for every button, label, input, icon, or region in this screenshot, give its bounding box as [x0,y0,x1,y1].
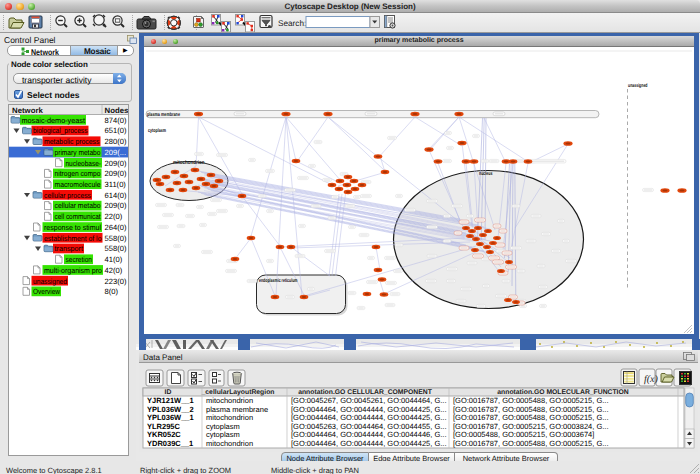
svg-text:endoplasmic reticulum: endoplasmic reticulum [259,278,298,284]
svg-text:annotation.GO CELLULAR_COMPONE: annotation.GO CELLULAR_COMPONENT [298,389,433,396]
svg-text:plasma membrane: plasma membrane [147,112,180,118]
svg-text:macromolecule: macromolecule [55,180,101,189]
svg-text:f(x): f(x) [644,374,659,385]
svg-text:nucleobase-: nucleobase- [66,159,102,168]
svg-text:mitochondrion: mitochondrion [173,160,205,166]
svg-text:biological_process: biological_process [33,126,88,135]
svg-text:209(0): 209(0) [105,169,127,178]
svg-text:Network: Network [12,106,43,115]
svg-text:annotation.GO MOLECULAR_FUNCTI: annotation.GO MOLECULAR_FUNCTION [497,389,628,396]
svg-text:42(0): 42(0) [105,266,123,275]
svg-text:651(0): 651(0) [105,126,127,135]
svg-text:311(0): 311(0) [105,180,127,189]
svg-text:8(0): 8(0) [105,287,119,296]
svg-text:multi-organism pro: multi-organism pro [44,266,102,275]
svg-text:Search:: Search: [278,19,306,28]
svg-text:unassigned: unassigned [33,277,67,286]
svg-text:cell communicat: cell communicat [55,212,102,221]
svg-text:Network: Network [31,48,59,57]
svg-text:874(0): 874(0) [105,116,127,125]
svg-text:ID: ID [165,389,172,396]
svg-text:22(0): 22(0) [105,212,123,221]
svg-text:metabolic process: metabolic process [44,137,100,146]
svg-text:209(...: 209(... [105,148,127,157]
svg-text:264(0): 264(0) [105,223,127,232]
svg-text:Nodes: Nodes [105,106,129,115]
svg-text:transport: transport [55,244,84,253]
svg-text:cytoplasm: cytoplasm [148,128,166,134]
svg-text:cellular process: cellular process [44,191,91,200]
svg-text:41(0): 41(0) [105,255,123,264]
svg-text:223(0): 223(0) [105,277,127,286]
svg-text:280(0): 280(0) [105,137,127,146]
svg-text:_cellularLayoutRegion: _cellularLayoutRegion [201,389,275,396]
svg-text:unassigned: unassigned [628,83,648,89]
svg-text:209(0): 209(0) [105,159,127,168]
svg-text:nitrogen compo: nitrogen compo [55,169,101,178]
svg-text:secretion: secretion [66,255,93,264]
svg-text:209(0): 209(0) [105,201,127,210]
svg-text:response to stimul: response to stimul [44,223,101,232]
svg-text:Overview: Overview [33,287,60,296]
svg-text:establishment of lo: establishment of lo [44,234,102,243]
svg-text:nucleus: nucleus [479,171,493,177]
svg-text:cellular metabo: cellular metabo [55,201,101,210]
svg-text:614(0): 614(0) [105,191,127,200]
svg-text:mosaic-demo-yeast: mosaic-demo-yeast [22,116,86,125]
svg-text:558(0): 558(0) [105,244,127,253]
svg-text:558(0): 558(0) [105,234,127,243]
svg-text:primary metabo: primary metabo [55,148,101,157]
